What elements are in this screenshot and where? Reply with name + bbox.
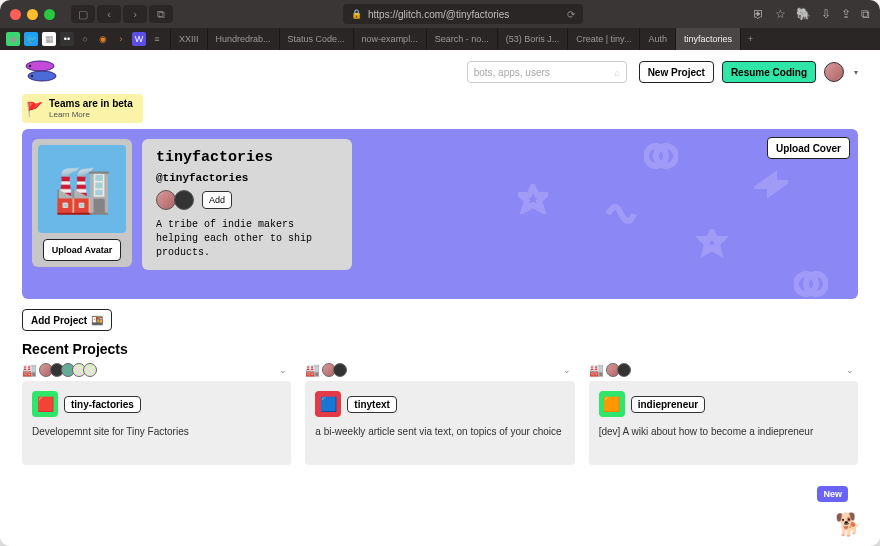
team-handle: @tinyfactories bbox=[156, 172, 338, 184]
page-body: bots, apps, users ⌕ New Project Resume C… bbox=[0, 50, 880, 546]
project-team-icon[interactable]: 🏭 bbox=[305, 363, 320, 377]
project-team-icon[interactable]: 🏭 bbox=[589, 363, 604, 377]
download-icon[interactable]: ⇩ bbox=[821, 7, 831, 21]
project-column: 🏭 ⌄ 🟦 tinytext a bi-weekly article sent … bbox=[305, 363, 574, 465]
team-info-card: tinyfactories @tinyfactories Add A tribe… bbox=[142, 139, 352, 270]
browser-tabbar: ◆ 🐦 ▦ •• ○ ◉ › W ≡ XXIII Hundredrab... S… bbox=[0, 28, 880, 50]
chevron-down-icon[interactable]: ⌄ bbox=[559, 365, 575, 375]
team-hero: Upload Cover 🏭 Upload Avatar tinyfactori… bbox=[22, 129, 858, 299]
deco-icon bbox=[754, 169, 788, 206]
deco-icon bbox=[518, 184, 548, 217]
star-icon[interactable]: ☆ bbox=[775, 7, 786, 21]
add-member-button[interactable]: Add bbox=[202, 191, 232, 209]
window-close-icon[interactable] bbox=[10, 9, 21, 20]
project-team-icon[interactable]: 🏭 bbox=[22, 363, 37, 377]
reload-icon[interactable]: ⟳ bbox=[567, 9, 575, 20]
team-description: A tribe of indie makers helping each oth… bbox=[156, 218, 338, 260]
browser-tab[interactable]: Hundredrab... bbox=[207, 28, 279, 50]
resume-coding-button[interactable]: Resume Coding bbox=[722, 61, 816, 83]
sidebar-toggle-icon[interactable]: ▢ bbox=[71, 5, 95, 23]
tabs-overview-icon[interactable]: ⧉ bbox=[149, 5, 173, 23]
upload-avatar-button[interactable]: Upload Avatar bbox=[43, 239, 121, 261]
fav-icon[interactable]: 🐦 bbox=[24, 32, 38, 46]
browser-tab[interactable]: XXIII bbox=[170, 28, 207, 50]
project-icon: 🟦 bbox=[315, 391, 341, 417]
recent-projects-heading: Recent Projects bbox=[22, 341, 858, 357]
svg-point-3 bbox=[31, 75, 33, 77]
fav-icon[interactable]: W bbox=[132, 32, 146, 46]
fav-icon[interactable]: ≡ bbox=[150, 32, 164, 46]
fav-icon[interactable]: › bbox=[114, 32, 128, 46]
member-avatar[interactable] bbox=[174, 190, 194, 210]
user-avatar[interactable] bbox=[824, 62, 844, 82]
search-input[interactable]: bots, apps, users ⌕ bbox=[467, 61, 627, 83]
svg-point-2 bbox=[29, 65, 31, 67]
search-icon: ⌕ bbox=[614, 67, 620, 78]
new-project-button[interactable]: New Project bbox=[639, 61, 714, 83]
beta-banner[interactable]: 🚩 Teams are in beta Learn More bbox=[22, 94, 143, 123]
banner-learn-more[interactable]: Learn More bbox=[49, 110, 90, 119]
project-name: tinytext bbox=[347, 396, 397, 413]
browser-tab[interactable]: now-exampl... bbox=[353, 28, 426, 50]
deco-icon bbox=[696, 229, 728, 264]
tabs-icon[interactable]: ⧉ bbox=[861, 7, 870, 21]
project-column: 🏭 ⌄ 🟥 tiny-factories bbox=[22, 363, 291, 465]
member-avatar[interactable] bbox=[617, 363, 631, 377]
window-zoom-icon[interactable] bbox=[44, 9, 55, 20]
favorites-row: ◆ 🐦 ▦ •• ○ ◉ › W ≡ bbox=[0, 28, 170, 50]
fav-icon[interactable]: ▦ bbox=[42, 32, 56, 46]
chevron-down-icon[interactable]: ⌄ bbox=[842, 365, 858, 375]
url-text: https://glitch.com/@tinyfactories bbox=[368, 9, 509, 20]
chevron-down-icon[interactable]: ⌄ bbox=[275, 365, 291, 375]
upload-cover-button[interactable]: Upload Cover bbox=[767, 137, 850, 159]
site-header: bots, apps, users ⌕ New Project Resume C… bbox=[0, 50, 880, 90]
project-column: 🏭 ⌄ 🟧 indiepreneur [dev] A wiki about ho… bbox=[589, 363, 858, 465]
banner-title: Teams are in beta bbox=[49, 98, 133, 109]
browser-tab[interactable]: Auth bbox=[639, 28, 675, 50]
nav-forward-icon[interactable]: › bbox=[123, 5, 147, 23]
browser-tab[interactable]: (53) Boris J... bbox=[497, 28, 568, 50]
new-tab-button[interactable]: + bbox=[740, 28, 760, 50]
deco-icon bbox=[644, 139, 678, 176]
team-members: Add bbox=[156, 190, 338, 210]
fav-icon[interactable]: ◉ bbox=[96, 32, 110, 46]
deco-icon bbox=[604, 194, 638, 231]
project-name: tiny-factories bbox=[64, 396, 141, 413]
mascot-icon[interactable]: 🐕 bbox=[835, 512, 862, 538]
project-card[interactable]: 🟥 tiny-factories Developemnt site for Ti… bbox=[22, 381, 291, 465]
member-avatar[interactable] bbox=[333, 363, 347, 377]
projects-row: 🏭 ⌄ 🟥 tiny-factories bbox=[22, 363, 858, 465]
flag-icon: 🚩 bbox=[26, 101, 43, 117]
bento-icon: 🍱 bbox=[91, 315, 103, 326]
project-icon: 🟥 bbox=[32, 391, 58, 417]
chevron-down-icon[interactable]: ▾ bbox=[854, 68, 858, 77]
browser-tab[interactable]: Status Code... bbox=[279, 28, 353, 50]
url-bar[interactable]: 🔒 https://glitch.com/@tinyfactories ⟳ bbox=[343, 4, 583, 24]
project-name: indiepreneur bbox=[631, 396, 706, 413]
window-titlebar: ▢ ‹ › ⧉ 🔒 https://glitch.com/@tinyfactor… bbox=[0, 0, 880, 28]
team-avatar: 🏭 bbox=[38, 145, 126, 233]
team-name: tinyfactories bbox=[156, 149, 338, 166]
search-placeholder: bots, apps, users bbox=[474, 67, 550, 78]
nav-back-icon[interactable]: ‹ bbox=[97, 5, 121, 23]
clip-icon[interactable]: 🐘 bbox=[796, 7, 811, 21]
fav-icon[interactable]: •• bbox=[60, 32, 74, 46]
member-avatar[interactable] bbox=[83, 363, 97, 377]
fav-icon[interactable]: ◆ bbox=[6, 32, 20, 46]
shield-icon[interactable]: ⛨ bbox=[753, 7, 765, 21]
new-badge[interactable]: New bbox=[817, 486, 848, 502]
member-avatar[interactable] bbox=[156, 190, 176, 210]
project-icon: 🟧 bbox=[599, 391, 625, 417]
share-icon[interactable]: ⇪ bbox=[841, 7, 851, 21]
project-card[interactable]: 🟧 indiepreneur [dev] A wiki about how to… bbox=[589, 381, 858, 465]
project-card[interactable]: 🟦 tinytext a bi-weekly article sent via … bbox=[305, 381, 574, 465]
team-avatar-box: 🏭 Upload Avatar bbox=[32, 139, 132, 267]
browser-tab[interactable]: Create | tiny... bbox=[567, 28, 639, 50]
fav-icon[interactable]: ○ bbox=[78, 32, 92, 46]
window-minimize-icon[interactable] bbox=[27, 9, 38, 20]
add-project-button[interactable]: Add Project 🍱 bbox=[22, 309, 112, 331]
glitch-logo[interactable] bbox=[22, 58, 66, 86]
lock-icon: 🔒 bbox=[351, 9, 362, 19]
browser-tab-active[interactable]: tinyfactories bbox=[675, 28, 740, 50]
browser-tab[interactable]: Search - no... bbox=[426, 28, 497, 50]
